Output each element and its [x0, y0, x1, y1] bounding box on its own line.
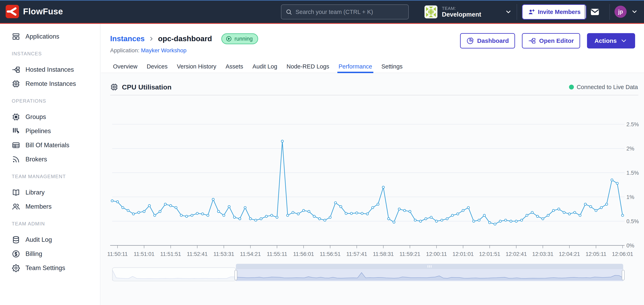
navbar-separator	[517, 4, 517, 20]
tab-settings[interactable]: Settings	[382, 60, 403, 73]
sidebar-item-label: Team Settings	[26, 264, 65, 272]
svg-text:11:56:01: 11:56:01	[293, 251, 314, 257]
sidebar-item-team-settings[interactable]: Team Settings	[0, 261, 100, 275]
sidebar-item-remote-instances[interactable]: Remote Instances	[0, 77, 100, 91]
brush-selected-region[interactable]	[236, 269, 623, 281]
user-menu[interactable]: jp	[614, 6, 638, 18]
breadcrumb-instances-link[interactable]: Instances	[110, 34, 145, 43]
sidebar-item-label: Brokers	[26, 156, 47, 163]
svg-text:12:01:51: 12:01:51	[479, 251, 500, 257]
application-label: Application:	[110, 47, 140, 53]
live-status-dot	[569, 85, 574, 89]
sidebar-item-library[interactable]: Library	[0, 185, 100, 200]
flowfuse-logo[interactable]: FlowFuse	[6, 5, 63, 18]
flow-icon	[12, 65, 20, 74]
panel-title: CPU Utilisation	[110, 83, 172, 91]
live-status-text: Connected to Live Data	[577, 84, 638, 90]
brush-drag-bar[interactable]	[236, 264, 623, 269]
sidebar-section-team-management: TEAM MANAGEMENT	[0, 173, 100, 181]
sidebar-item-label: Audit Log	[26, 236, 52, 243]
svg-text:11:50:11: 11:50:11	[107, 251, 128, 257]
sidebar-item-members[interactable]: Members	[0, 200, 100, 214]
brush-handle-right[interactable]	[622, 270, 624, 280]
tab-audit-log[interactable]: Audit Log	[252, 60, 277, 73]
chip-group-icon	[12, 113, 20, 121]
breadcrumb: Instances opc-dashboard running	[110, 33, 258, 44]
sidebar-item-label: Members	[26, 203, 52, 210]
sidebar-item-pipelines[interactable]: Pipelines	[0, 124, 100, 138]
sidebar-item-bill-of-materials[interactable]: Bill Of Materials	[0, 138, 100, 152]
cpu-utilisation-chart: 0%0.5%1%1.5%2%2.5%11:50:1111:51:0111:51:…	[100, 95, 644, 266]
drag-grip-icon	[428, 265, 431, 268]
application-link[interactable]: Mayker Workshop	[141, 47, 186, 53]
sidebar: ApplicationsINSTANCESHosted InstancesRem…	[0, 24, 100, 305]
sidebar-item-audit-log[interactable]: Audit Log	[0, 233, 100, 247]
svg-text:11:56:51: 11:56:51	[320, 251, 340, 257]
sidebar-item-groups[interactable]: Groups	[0, 110, 100, 124]
flow-icon	[528, 37, 536, 45]
team-name: Development	[442, 11, 500, 18]
user-avatar: jp	[614, 6, 626, 18]
brush-handle-left[interactable]	[234, 270, 237, 280]
chevron-right-icon	[148, 36, 154, 42]
topbar: FlowFuse	[0, 0, 644, 24]
notifications-button[interactable]	[590, 7, 600, 17]
sidebar-item-label: Bill Of Materials	[26, 142, 69, 149]
svg-text:1%: 1%	[626, 194, 634, 200]
sidebar-item-applications[interactable]: Applications	[0, 29, 100, 44]
invite-members-label: Invite Members	[538, 9, 580, 15]
sidebar-section-instances: INSTANCES	[0, 50, 100, 58]
tab-node-red-logs[interactable]: Node-RED Logs	[287, 60, 329, 73]
open-editor-button[interactable]: Open Editor	[522, 33, 580, 48]
sidebar-item-brokers[interactable]: Brokers	[0, 152, 100, 166]
sidebar-item-label: Billing	[26, 250, 42, 258]
dashboard-button[interactable]: Dashboard	[460, 33, 515, 48]
svg-text:0.5%: 0.5%	[626, 218, 639, 224]
team-avatar	[424, 5, 438, 18]
sidebar-item-hosted-instances[interactable]: Hosted Instances	[0, 63, 100, 77]
svg-text:12:01:01: 12:01:01	[452, 251, 474, 257]
tab-performance[interactable]: Performance	[338, 60, 372, 73]
rss-icon	[12, 155, 20, 164]
grid-icon	[12, 32, 20, 41]
user-plus-icon	[528, 8, 535, 15]
dollar-icon	[12, 250, 20, 258]
status-text: running	[234, 36, 253, 42]
chart-range-brush	[112, 264, 623, 281]
live-status: Connected to Live Data	[569, 84, 638, 90]
tab-version-history[interactable]: Version History	[177, 60, 216, 73]
tab-overview[interactable]: Overview	[113, 60, 138, 73]
svg-text:11:52:41: 11:52:41	[187, 251, 208, 257]
database-icon	[12, 236, 20, 244]
svg-text:11:51:01: 11:51:01	[134, 251, 154, 257]
svg-text:2%: 2%	[626, 146, 634, 152]
svg-text:12:06:01: 12:06:01	[612, 251, 633, 257]
users-icon	[12, 202, 20, 211]
svg-text:12:02:41: 12:02:41	[506, 251, 527, 257]
actions-button[interactable]: Actions	[587, 33, 635, 48]
cpu-chip-icon	[110, 83, 118, 91]
sidebar-item-label: Remote Instances	[26, 80, 76, 87]
navbar-separator	[585, 4, 585, 20]
invite-members-button[interactable]: Invite Members	[522, 4, 586, 19]
search-icon	[286, 8, 292, 15]
sidebar-item-label: Library	[26, 189, 45, 196]
flowfuse-app: FlowFuse	[0, 0, 644, 305]
team-selector[interactable]: TEAM: Development	[424, 3, 512, 21]
brush-unselected-region[interactable]	[112, 268, 236, 281]
tab-assets[interactable]: Assets	[226, 60, 243, 73]
svg-text:1.5%: 1.5%	[626, 170, 639, 176]
sidebar-item-label: Groups	[26, 113, 46, 121]
search-input[interactable]	[295, 8, 404, 15]
svg-text:12:04:21: 12:04:21	[559, 251, 580, 257]
tab-devices[interactable]: Devices	[147, 60, 168, 73]
sidebar-item-label: Applications	[26, 33, 59, 40]
book-icon	[12, 188, 20, 197]
chevron-down-icon	[620, 37, 628, 45]
navbar-separator	[610, 4, 610, 20]
flowfuse-logo-icon	[6, 5, 19, 18]
status-badge: running	[221, 33, 258, 44]
sidebar-item-billing[interactable]: Billing	[0, 247, 100, 261]
svg-text:11:54:21: 11:54:21	[240, 251, 261, 257]
sidebar-section-operations: OPERATIONS	[0, 97, 100, 105]
